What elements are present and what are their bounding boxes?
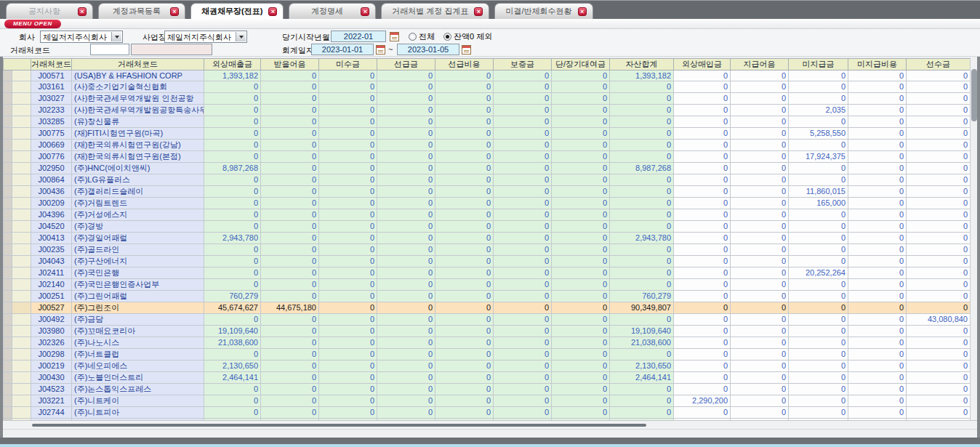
chevron-down-icon[interactable] — [236, 32, 246, 41]
row-selector[interactable] — [4, 232, 12, 243]
table-row[interactable]: J00298(주)너트클럽0000000000000 — [4, 348, 971, 360]
row-selector[interactable] — [4, 278, 12, 290]
table-row[interactable]: J00864(주)LG유플러스0000000000000 — [4, 174, 971, 185]
table-row[interactable]: J03221(주)니트케이000000002,290,2000000 — [4, 395, 971, 406]
table-row[interactable]: J03161(사)중소기업기술혁신협회0000000000000 — [4, 81, 971, 92]
table-row[interactable]: J04520(주)경방0000000000000 — [4, 220, 971, 232]
horizontal-scrollbar[interactable] — [3, 420, 977, 430]
table-row[interactable]: J00219(주)네오피에스2,130,6500000002,130,65000… — [4, 360, 971, 371]
vertical-scrollbar[interactable] — [970, 58, 977, 420]
row-selector[interactable] — [4, 290, 12, 302]
row-selector[interactable] — [4, 174, 12, 185]
tab-4[interactable]: 계정명세× — [289, 3, 376, 19]
row-selector[interactable] — [4, 406, 12, 418]
row-selector[interactable] — [4, 255, 12, 267]
date-to-input[interactable]: 2023-01-05 — [397, 44, 459, 55]
chevron-down-icon[interactable] — [111, 32, 121, 41]
table-row[interactable]: J00775(재)FITI시험연구원(마곡)00000000005,258,55… — [4, 127, 971, 139]
row-selector[interactable] — [4, 267, 12, 278]
row-selector[interactable] — [4, 139, 12, 150]
row-selector[interactable] — [4, 243, 12, 255]
vendor-code-input[interactable] — [90, 44, 129, 55]
table-row[interactable]: J00527(주)그린조이45,674,62744,675,1800000090… — [4, 302, 971, 313]
row-selector[interactable] — [4, 185, 12, 197]
vendor-name-input[interactable] — [131, 44, 212, 55]
table-row[interactable]: J02950(주)HNC(에이치앤씨)8,987,2680000008,987,… — [4, 162, 971, 174]
period-input[interactable]: 2022-01 — [331, 31, 386, 42]
menu-open-button[interactable]: MENU OPEN — [4, 20, 61, 28]
table-row[interactable]: J02411(주)국민은행000000000020,252,26400 — [4, 267, 971, 278]
col-header[interactable]: 단/장기대여금 — [552, 59, 610, 71]
row-selector[interactable] — [4, 92, 12, 104]
close-icon[interactable]: × — [578, 7, 587, 16]
table-row[interactable]: J02233(사)한국관세무역개발원공항특송사무소00000000002,035… — [4, 104, 971, 116]
date-from-input[interactable]: 2023-01-01 — [311, 44, 374, 55]
row-selector[interactable] — [4, 360, 12, 371]
table-row[interactable]: J04523(주)논스톱익스프레스0000000000000 — [4, 383, 971, 395]
row-selector[interactable] — [4, 371, 12, 383]
calendar-icon[interactable] — [462, 45, 471, 55]
col-header[interactable]: 외상매입금 — [674, 59, 731, 71]
table-row[interactable]: J02326(주)나노시스21,038,60000000021,038,6000… — [4, 337, 971, 348]
close-icon[interactable]: × — [170, 7, 179, 16]
close-icon[interactable]: × — [361, 7, 369, 16]
table-row[interactable]: J03980(주)꼬매요코리아19,109,64000000019,109,64… — [4, 325, 971, 337]
site-select[interactable]: 제일저지주식회사 — [164, 31, 247, 43]
row-selector[interactable] — [4, 127, 12, 139]
company-select[interactable]: 제일저지주식회사 — [40, 31, 123, 43]
row-selector[interactable] — [4, 81, 12, 92]
table-row[interactable]: J00669(재)한국의류시험연구원(강남)0000000000000 — [4, 139, 971, 150]
col-header[interactable]: 선수금 — [907, 59, 971, 71]
tab-5[interactable]: 거래처별 계정 집계표× — [381, 3, 489, 19]
table-row[interactable]: J00251(주)그린어패럴760,279000000760,27900000 — [4, 290, 971, 302]
row-selector[interactable] — [4, 313, 12, 325]
table-row[interactable]: J04043(주)구산에너지0000000000000 — [4, 255, 971, 267]
tab-2[interactable]: 계정과목등록× — [98, 3, 185, 19]
close-icon[interactable]: × — [78, 7, 87, 16]
col-header[interactable]: 선급비용 — [435, 59, 494, 71]
calendar-icon[interactable] — [390, 32, 399, 41]
col-header[interactable]: 선급금 — [377, 59, 435, 71]
row-selector[interactable] — [4, 104, 12, 116]
table-row[interactable]: J02140(주)국민은행인증사업부0000000000000 — [4, 278, 971, 290]
row-selector[interactable] — [4, 325, 12, 337]
table-row[interactable]: J02744(주)니트피아0000000000000 — [4, 406, 971, 418]
tab-6[interactable]: 미결/반제회수현황× — [494, 3, 593, 19]
table-row[interactable]: J00492(주)금담00000000000043,080,840 — [4, 313, 971, 325]
col-header[interactable]: 거래처코드 — [72, 59, 204, 71]
table-row[interactable]: J03285(유)창신물류0000000000000 — [4, 116, 971, 127]
table-row[interactable]: J00209(주)거림트렌드0000000000165,00000 — [4, 197, 971, 209]
row-selector[interactable] — [4, 302, 12, 313]
close-icon[interactable]: × — [474, 7, 483, 16]
col-header[interactable]: 보증금 — [494, 59, 552, 71]
row-selector[interactable] — [4, 220, 12, 232]
table-row[interactable]: J00776(재)한국의류시험연구원(본점)000000000017,924,3… — [4, 150, 971, 162]
vertical-scrollbar-thumb[interactable] — [971, 69, 977, 121]
table-row[interactable]: J00571(USA)BY & HFASHION CORP1,393,18200… — [4, 71, 971, 81]
row-selector[interactable] — [4, 337, 12, 348]
radio-exclude-zero[interactable]: 잔액0 제외 — [443, 31, 492, 43]
tab-3[interactable]: 채권채무장(전표)× — [190, 3, 284, 19]
row-selector[interactable] — [4, 209, 12, 220]
table-row[interactable]: J03027(사)한국관세무역개발원 인천공항0000000000000 — [4, 92, 971, 104]
col-header[interactable]: 받을어음 — [261, 59, 319, 71]
col-header[interactable]: 외상매출금 — [204, 59, 261, 71]
col-header[interactable]: 자산합계 — [610, 59, 674, 71]
close-icon[interactable]: × — [268, 7, 277, 16]
row-selector[interactable] — [4, 197, 12, 209]
horizontal-scrollbar-thumb[interactable] — [32, 424, 646, 427]
row-selector[interactable] — [4, 395, 12, 406]
table-row[interactable]: J00436(주)갤러리드슬레이000000000011,860,01500 — [4, 185, 971, 197]
table-row[interactable]: J00235(주)골드라인0000000000000 — [4, 243, 971, 255]
tab-1[interactable]: 공지사항× — [6, 3, 93, 19]
row-selector[interactable] — [4, 348, 12, 360]
row-selector[interactable] — [4, 116, 12, 127]
row-selector[interactable] — [4, 383, 12, 395]
col-header[interactable]: 미지급금 — [789, 59, 848, 71]
row-selector[interactable] — [4, 71, 12, 81]
table-row[interactable]: J00430(주)노블인더스트리2,464,1410000002,464,141… — [4, 371, 971, 383]
table-row[interactable]: J04396(주)거성에스지0000000000000 — [4, 209, 971, 220]
table-row[interactable]: J00413(주)경일어패럴2,943,7800000002,943,78000… — [4, 232, 971, 243]
col-header[interactable]: 미지급비용 — [848, 59, 907, 71]
col-header[interactable]: 지급어음 — [731, 59, 789, 71]
